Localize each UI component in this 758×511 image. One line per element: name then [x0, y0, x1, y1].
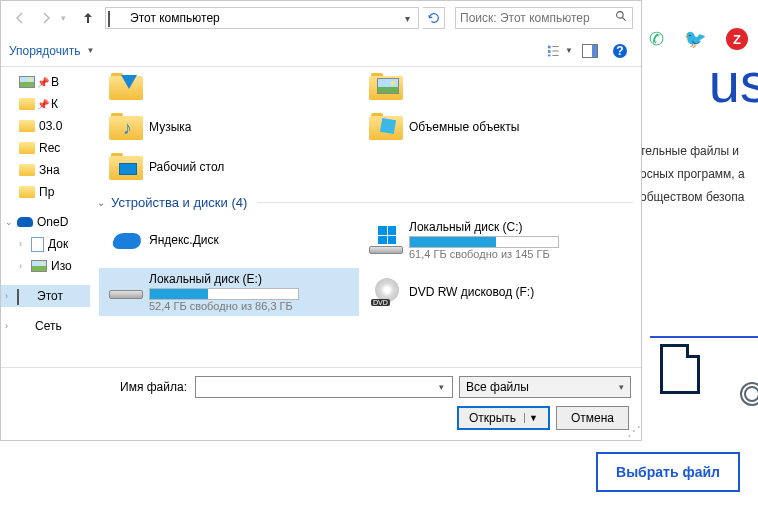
cancel-button[interactable]: Отмена: [556, 406, 629, 430]
dvd-drive-icon: DVD: [369, 278, 405, 306]
sidebar-item-quick-3[interactable]: Rec: [1, 137, 90, 159]
sidebar-item-this-pc[interactable]: ›Этот: [1, 285, 90, 307]
sidebar-item-quick-0[interactable]: 📌В: [1, 71, 90, 93]
sidebar-item-quick-1[interactable]: 📌К: [1, 93, 90, 115]
divider: [257, 202, 633, 203]
toolbar: Упорядочить ▼ ▼ ?: [1, 35, 641, 67]
filename-label: Имя файла:: [11, 380, 195, 394]
sidebar-item-quick-5[interactable]: Пр: [1, 181, 90, 203]
sidebar-item-onedrive-1[interactable]: ›Изо: [1, 255, 90, 277]
drive-item-yandex[interactable]: Яндекс.Диск: [99, 216, 359, 264]
folder-icon: [19, 164, 35, 176]
preview-pane-button[interactable]: [577, 40, 603, 62]
divider: [650, 336, 758, 338]
folder-icon: [19, 186, 35, 198]
folder-icon: [19, 98, 35, 110]
pictures-folder-icon: [369, 73, 405, 101]
svg-line-1: [622, 17, 625, 20]
drive-item-e[interactable]: Локальный диск (E:) 52,4 ГБ свободно из …: [99, 268, 359, 316]
phone-icon[interactable]: ✆: [649, 28, 664, 50]
local-disk-c-icon: [369, 226, 405, 254]
computer-icon: [17, 290, 33, 302]
sidebar-item-quick-4[interactable]: Зна: [1, 159, 90, 181]
svg-rect-9: [592, 45, 597, 57]
dialog-footer: Имя файла: ▾ Все файлы ▾ Открыть ▼ Отмен…: [1, 367, 641, 440]
sidebar-item-quick-2[interactable]: 03.0: [1, 115, 90, 137]
file-upload-icon: [660, 344, 708, 400]
pin-icon: 📌: [37, 99, 47, 109]
folder-item-desktop[interactable]: Рабочий стол: [99, 149, 359, 185]
search-input[interactable]: [460, 11, 615, 25]
organize-menu-button[interactable]: Упорядочить ▼: [9, 44, 94, 58]
nav-forward-button[interactable]: [35, 7, 57, 29]
disk-usage-bar: [149, 288, 299, 300]
svg-rect-3: [548, 50, 551, 53]
yandex-disk-icon: [109, 229, 145, 251]
chevron-down-icon: ▼: [86, 46, 94, 55]
navigation-bar: ▾ Этот компьютер ▾: [1, 1, 641, 35]
address-text: Этот компьютер: [130, 11, 398, 25]
drive-item-c[interactable]: Локальный диск (C:) 61,4 ГБ свободно из …: [359, 216, 619, 264]
folder-item-pictures[interactable]: x: [359, 69, 619, 105]
search-icon[interactable]: [615, 10, 628, 26]
chevron-down-icon: ▾: [610, 382, 624, 392]
background-paragraph: тельные файлы и осных программ, а общест…: [640, 140, 758, 208]
view-options-button[interactable]: ▼: [547, 40, 573, 62]
nav-up-button[interactable]: [77, 7, 99, 29]
navigation-tree: 📌В 📌К 03.0 Rec Зна Пр ⌄OneD ›Док ›Изо ›Э…: [1, 67, 91, 367]
folder-item-downloads[interactable]: x: [99, 69, 359, 105]
drive-item-dvd[interactable]: DVD DVD RW дисковод (F:): [359, 268, 619, 316]
expand-icon[interactable]: ›: [19, 239, 31, 249]
sidebar-item-onedrive-0[interactable]: ›Док: [1, 233, 90, 255]
svg-text:?: ?: [616, 44, 623, 58]
downloads-folder-icon: [109, 73, 145, 101]
search-box[interactable]: [455, 7, 633, 29]
sidebar-item-onedrive[interactable]: ⌄OneD: [1, 211, 90, 233]
background-heading: us: [709, 50, 758, 115]
select-file-button[interactable]: Выбрать файл: [596, 452, 740, 492]
folder-icon: [19, 142, 35, 154]
address-bar[interactable]: Этот компьютер ▾: [105, 7, 419, 29]
svg-point-0: [617, 12, 624, 19]
onedrive-icon: [17, 217, 33, 227]
nav-back-button[interactable]: [9, 7, 31, 29]
file-type-filter[interactable]: Все файлы ▾: [459, 376, 631, 398]
address-dropdown-icon[interactable]: ▾: [398, 13, 416, 24]
3d-objects-folder-icon: [369, 113, 405, 141]
refresh-button[interactable]: [423, 7, 445, 29]
computer-icon: [108, 12, 124, 24]
svg-rect-2: [548, 45, 551, 48]
chevron-down-icon[interactable]: ▾: [432, 382, 450, 392]
pictures-icon: [31, 260, 47, 272]
expand-icon[interactable]: ›: [5, 291, 17, 301]
expand-icon[interactable]: ›: [19, 261, 31, 271]
folder-item-music[interactable]: ♪ Музыка: [99, 109, 359, 145]
expand-icon[interactable]: ›: [5, 321, 17, 331]
organize-label: Упорядочить: [9, 44, 80, 58]
document-icon: [31, 237, 44, 252]
file-open-dialog: ▾ Этот компьютер ▾ Упорядочить ▼ ▼: [0, 0, 642, 441]
open-split-dropdown[interactable]: ▼: [524, 413, 538, 423]
network-icon: [17, 319, 31, 333]
desktop-folder-icon: [109, 153, 145, 181]
sidebar-item-network[interactable]: ›Сеть: [1, 315, 90, 337]
file-list[interactable]: x x ♪ Музыка Объемные объекты: [91, 67, 641, 367]
twitter-icon[interactable]: 🐦: [684, 28, 706, 50]
music-folder-icon: ♪: [109, 113, 145, 141]
folder-item-3dobjects[interactable]: Объемные объекты: [359, 109, 619, 145]
pin-icon: 📌: [37, 77, 47, 87]
pictures-icon: [19, 76, 35, 88]
help-button[interactable]: ?: [607, 40, 633, 62]
chevron-down-icon: ⌄: [97, 197, 105, 208]
svg-rect-4: [548, 54, 551, 56]
local-disk-e-icon: [109, 282, 145, 302]
filename-input[interactable]: ▾: [195, 376, 453, 398]
nav-history-dropdown[interactable]: ▾: [61, 13, 73, 23]
z-logo-icon[interactable]: Z: [726, 28, 748, 50]
collapse-icon[interactable]: ⌄: [5, 217, 17, 227]
folder-icon: [19, 120, 35, 132]
resize-grip[interactable]: ⋰: [627, 426, 639, 438]
group-header-devices[interactable]: ⌄ Устройства и диски (4): [97, 195, 633, 210]
disk-usage-bar: [409, 236, 559, 248]
open-button[interactable]: Открыть ▼: [457, 406, 550, 430]
